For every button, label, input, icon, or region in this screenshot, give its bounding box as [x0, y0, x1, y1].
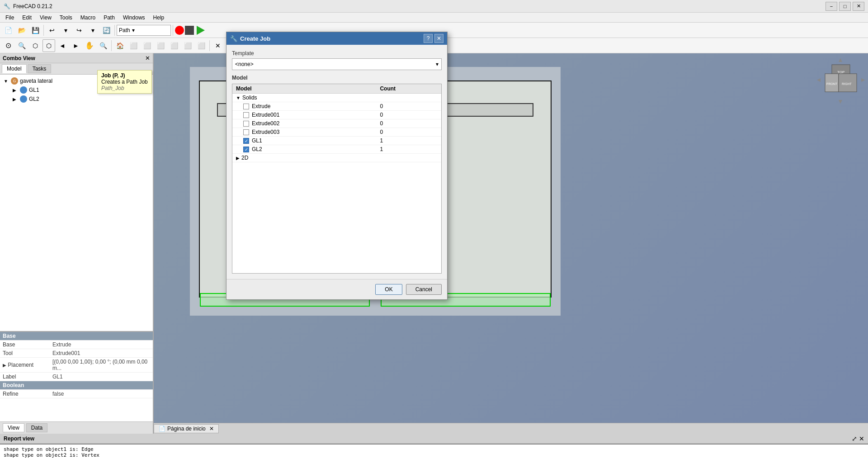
menu-edit[interactable]: Edit [19, 14, 35, 22]
view-left-button[interactable]: ◄ [56, 39, 69, 52]
model-table-header: Model Count [232, 84, 441, 94]
combo-close-button[interactable]: ✕ [145, 55, 150, 62]
right-view-button[interactable]: ⬜ [154, 39, 167, 52]
template-label: Template [232, 50, 442, 57]
tab-pagina-icon: 📄 [159, 426, 165, 432]
bottom-view-button[interactable]: ⬜ [181, 39, 194, 52]
tab-data[interactable]: Data [26, 423, 47, 432]
tab-pagina[interactable]: 📄 Página de inicio ✕ [154, 424, 219, 433]
row-extrude003: Extrude003 0 [232, 128, 441, 137]
stop-button[interactable] [185, 26, 194, 35]
undo-button[interactable]: ↩ [46, 24, 58, 37]
left-view-button2[interactable]: ⬜ [195, 39, 208, 52]
dialog-footer: OK Cancel [226, 279, 447, 299]
menu-help[interactable]: Help [150, 14, 168, 22]
extrude001-cell: Extrude001 [243, 112, 373, 118]
save-button[interactable]: 💾 [29, 24, 42, 37]
minimize-button[interactable]: − [826, 2, 837, 11]
report-view-title: Report view [4, 435, 34, 442]
view-right-button[interactable]: ► [70, 39, 82, 52]
rear-view-button[interactable]: ⬜ [168, 39, 180, 52]
top-view-button[interactable]: ⬜ [141, 39, 153, 52]
menu-file[interactable]: File [2, 14, 18, 22]
template-dropdown[interactable]: <none> ▾ [232, 58, 442, 70]
tab-pagina-close[interactable]: ✕ [209, 426, 214, 432]
zoom-selection-button[interactable]: 🔍 [15, 39, 28, 52]
front-view-button[interactable]: ⬜ [127, 39, 140, 52]
report-close-button[interactable]: ✕ [859, 435, 864, 442]
cancel-button[interactable]: Cancel [406, 284, 442, 295]
gl1-checkbox[interactable] [243, 138, 249, 144]
2d-toggle[interactable]: ▶ 2D [236, 155, 438, 161]
tree-toggle-gl1[interactable]: ▶ [13, 88, 18, 93]
menu-view[interactable]: View [36, 14, 55, 22]
app-title: FreeCAD 0.21.2 [13, 3, 52, 9]
dialog-help-button[interactable]: ? [424, 34, 433, 43]
nav-down-arrow[interactable]: ▼ [837, 98, 844, 105]
menu-path[interactable]: Path [100, 14, 118, 22]
extrude-checkbox[interactable] [243, 104, 249, 109]
report-expand-button[interactable]: ⤢ [852, 435, 857, 442]
home-view-button[interactable]: 🏠 [113, 39, 126, 52]
extrude003-count: 0 [376, 128, 441, 137]
nav-right-arrow[interactable]: ► [860, 76, 866, 83]
gl2-checkbox[interactable] [243, 147, 249, 152]
zoom-all-button[interactable]: ⊙ [2, 39, 14, 52]
tree-item-gl2[interactable]: ▶ GL2 [11, 95, 151, 104]
props-row-placement[interactable]: ▶ Placement [(0,00 0,00 1,00); 0,00 °; (… [0, 358, 153, 373]
model-table: Model Count ▼ Solids [232, 84, 441, 162]
gl1-model-label: GL1 [252, 137, 262, 144]
tree-root[interactable]: ▼ G gaveta lateral [2, 76, 151, 85]
tree-toggle-gl2[interactable]: ▶ [13, 97, 18, 102]
tab-tasks[interactable]: Tasks [28, 64, 52, 73]
gl2-icon [20, 95, 27, 103]
undo-dropdown-button[interactable]: ▾ [59, 24, 72, 37]
new-button[interactable]: 📄 [2, 24, 14, 37]
tree-root-label: gaveta lateral [20, 78, 52, 84]
maximize-button[interactable]: □ [839, 2, 851, 11]
dialog-close-button[interactable]: ✕ [434, 34, 443, 43]
solids-toggle[interactable]: ▼ Solids [236, 95, 438, 101]
2d-group-row[interactable]: ▶ 2D [232, 154, 441, 162]
extrude003-cell: Extrude003 [243, 129, 373, 135]
row-gl1: GL1 1 [232, 137, 441, 145]
extrude003-checkbox[interactable] [243, 129, 249, 135]
nav-up-arrow[interactable]: ▲ [837, 56, 844, 63]
tab-model[interactable]: Model [2, 64, 27, 73]
open-button[interactable]: 📂 [15, 24, 28, 37]
menu-tools[interactable]: Tools [56, 14, 76, 22]
menu-windows[interactable]: Windows [119, 14, 149, 22]
record-button[interactable] [175, 26, 184, 35]
redo-button[interactable]: ↪ [73, 24, 85, 37]
tree-toggle-root[interactable]: ▼ [4, 79, 9, 84]
2d-arrow-icon: ▶ [236, 156, 240, 161]
redo-dropdown-button[interactable]: ▾ [86, 24, 99, 37]
menu-macro[interactable]: Macro [77, 14, 99, 22]
refresh-button[interactable]: 🔄 [100, 24, 113, 37]
svg-text:TOP: TOP [837, 70, 844, 74]
path-dropdown[interactable]: Path ▾ [117, 25, 171, 36]
extrude001-checkbox[interactable] [243, 112, 249, 118]
play-button[interactable] [197, 26, 205, 35]
draw-style2-button[interactable]: ⬡ [42, 39, 55, 52]
extrude001-count: 0 [376, 111, 441, 119]
dialog-title-buttons: ? ✕ [424, 34, 443, 43]
extrude002-checkbox[interactable] [243, 121, 249, 127]
gl1-cell: GL1 [243, 137, 373, 144]
titlebar-controls[interactable]: − □ ✕ [826, 2, 864, 11]
close-app-button[interactable]: ✕ [853, 2, 864, 11]
draw-style-button[interactable]: ⬡ [29, 39, 42, 52]
left-panel: Combo View ✕ Model Tasks ▼ G gaveta late… [0, 53, 154, 434]
solids-group-row[interactable]: ▼ Solids [232, 94, 441, 102]
pan-button[interactable]: ✋ [83, 39, 96, 52]
app-icon: 🔧 [4, 3, 10, 9]
extrude002-cell: Extrude002 [243, 120, 373, 127]
row-extrude: Extrude 0 [232, 102, 441, 111]
close-current-button[interactable]: ✕ [212, 39, 224, 52]
tree-item-gl1[interactable]: ▶ GL1 [11, 85, 151, 95]
nav-left-arrow[interactable]: ◄ [816, 76, 822, 83]
ok-button[interactable]: OK [375, 284, 402, 295]
nav-cube[interactable]: TOP FRONT RIGHT ◄ ► ▲ ▼ [823, 62, 859, 99]
tab-view[interactable]: View [3, 423, 24, 432]
zoom-button[interactable]: 🔍 [97, 39, 109, 52]
